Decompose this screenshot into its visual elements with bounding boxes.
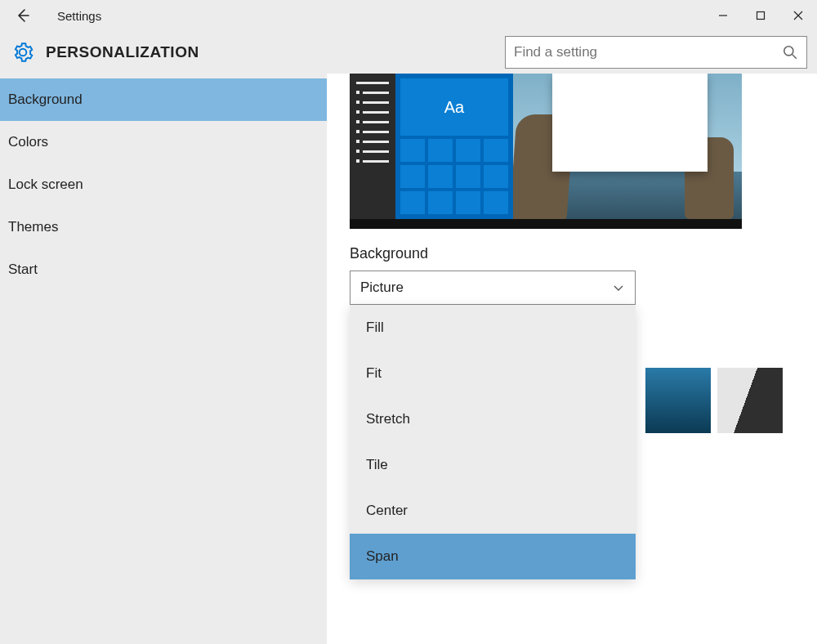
maximize-icon — [756, 11, 766, 20]
desktop-preview: Aa — [350, 74, 742, 229]
fit-option-fit[interactable]: Fit — [350, 351, 636, 396]
picture-thumbnails — [645, 368, 783, 433]
search-icon — [782, 44, 798, 60]
fit-option-span[interactable]: Span — [350, 534, 636, 579]
sidebar: Background Colors Lock screen Themes Sta… — [0, 74, 327, 644]
sidebar-item-lock-screen[interactable]: Lock screen — [0, 163, 327, 206]
search-input[interactable] — [514, 44, 782, 60]
close-button[interactable] — [779, 0, 817, 31]
content-pane: Aa Background Picture Fill Fit Stretch T… — [327, 74, 817, 644]
app-title: Settings — [57, 9, 101, 23]
picture-thumbnail[interactable] — [645, 368, 711, 433]
maximize-button[interactable] — [742, 0, 779, 31]
fit-dropdown: Fill Fit Stretch Tile Center Span — [350, 305, 636, 579]
background-type-value: Picture — [360, 280, 404, 296]
background-label: Background — [350, 245, 817, 262]
fit-option-center[interactable]: Center — [350, 488, 636, 534]
header: PERSONALIZATION — [0, 31, 817, 74]
sidebar-item-label: Background — [8, 92, 83, 108]
sidebar-item-start[interactable]: Start — [0, 248, 327, 291]
chevron-down-icon — [612, 281, 625, 294]
option-label: Center — [366, 503, 408, 519]
fit-option-fill[interactable]: Fill — [350, 305, 636, 351]
settings-gear-icon — [0, 42, 46, 63]
option-label: Fill — [366, 320, 384, 336]
section-title: PERSONALIZATION — [46, 43, 199, 61]
sidebar-item-background[interactable]: Background — [0, 78, 327, 121]
preview-tile-aa: Aa — [400, 78, 508, 136]
search-box[interactable] — [505, 36, 807, 69]
sidebar-item-colors[interactable]: Colors — [0, 121, 327, 163]
back-button[interactable] — [10, 2, 36, 29]
svg-rect-0 — [757, 12, 765, 20]
option-label: Stretch — [366, 411, 410, 427]
option-label: Tile — [366, 457, 388, 473]
background-type-select[interactable]: Picture — [350, 271, 636, 305]
sidebar-item-label: Themes — [8, 219, 58, 235]
sidebar-item-label: Start — [8, 262, 38, 278]
sidebar-item-label: Lock screen — [8, 177, 83, 193]
picture-thumbnail[interactable] — [717, 368, 783, 433]
close-icon — [793, 11, 803, 20]
sidebar-item-label: Colors — [8, 134, 48, 150]
fit-option-stretch[interactable]: Stretch — [350, 396, 636, 442]
minimize-icon — [718, 11, 728, 20]
sidebar-item-themes[interactable]: Themes — [0, 206, 327, 248]
minimize-button[interactable] — [704, 0, 742, 31]
title-bar: Settings — [0, 0, 817, 31]
arrow-left-icon — [15, 7, 31, 24]
svg-point-1 — [784, 47, 793, 56]
option-label: Span — [366, 548, 399, 565]
fit-option-tile[interactable]: Tile — [350, 442, 636, 488]
option-label: Fit — [366, 365, 382, 382]
